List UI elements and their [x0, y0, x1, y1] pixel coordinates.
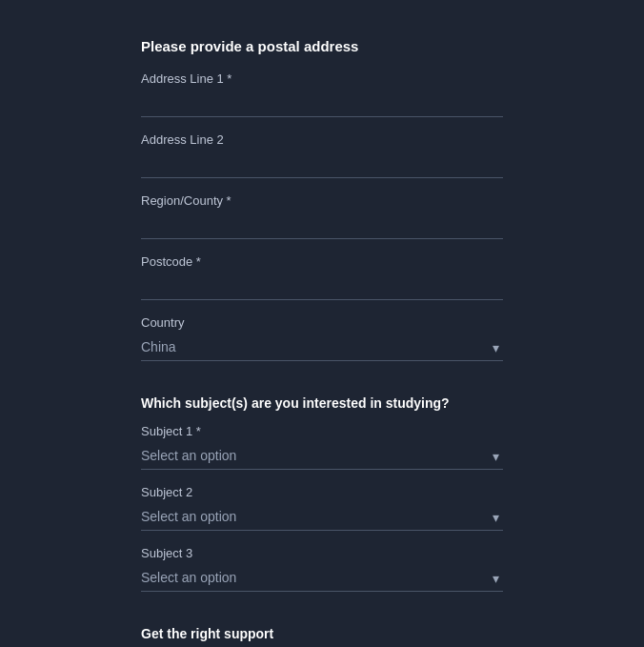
subject2-select[interactable]: Select an option — [141, 503, 503, 531]
subject3-select[interactable]: Select an option — [141, 564, 503, 592]
subjects-section-title: Which subject(s) are you interested in s… — [141, 395, 503, 411]
postcode-input[interactable] — [141, 273, 503, 300]
region-group: Region/County * — [141, 193, 503, 239]
support-section-title: Get the right support — [141, 626, 503, 641]
postcode-label: Postcode * — [141, 254, 503, 269]
subject1-group: Subject 1 * Select an option — [141, 424, 503, 470]
address-line2-input[interactable] — [141, 151, 503, 178]
postal-section-title: Please provide a postal address — [141, 38, 503, 54]
region-label: Region/County * — [141, 193, 503, 208]
subject3-select-wrapper: Select an option — [141, 564, 503, 592]
subject2-group: Subject 2 Select an option — [141, 485, 503, 531]
subject2-select-wrapper: Select an option — [141, 503, 503, 531]
address-line1-input[interactable] — [141, 90, 503, 117]
address-line1-label: Address Line 1 * — [141, 71, 503, 86]
form-container: Please provide a postal address Address … — [141, 19, 503, 647]
address-line1-group: Address Line 1 * — [141, 71, 503, 117]
country-select[interactable]: China United Kingdom United States Austr… — [141, 334, 503, 361]
subject1-select[interactable]: Select an option — [141, 442, 503, 470]
subject3-label: Subject 3 — [141, 546, 503, 560]
subject1-label: Subject 1 * — [141, 424, 503, 438]
subject1-select-wrapper: Select an option — [141, 442, 503, 470]
divider-1 — [141, 376, 503, 395]
country-label: Country — [141, 315, 503, 330]
address-line2-label: Address Line 2 — [141, 132, 503, 147]
address-line2-group: Address Line 2 — [141, 132, 503, 178]
subject2-label: Subject 2 — [141, 485, 503, 499]
divider-2 — [141, 607, 503, 626]
region-input[interactable] — [141, 212, 503, 239]
country-group: Country China United Kingdom United Stat… — [141, 315, 503, 361]
subject3-group: Subject 3 Select an option — [141, 546, 503, 592]
country-select-wrapper: China United Kingdom United States Austr… — [141, 334, 503, 361]
postcode-group: Postcode * — [141, 254, 503, 300]
